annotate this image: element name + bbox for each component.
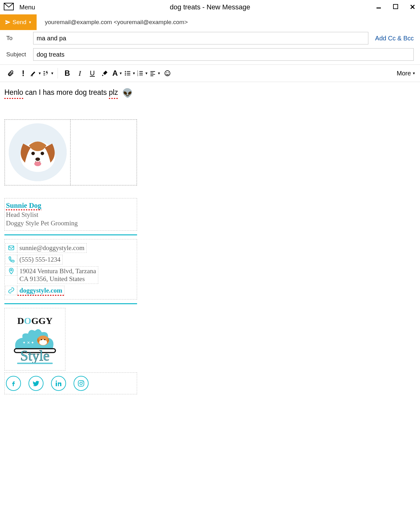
email-icon	[5, 243, 17, 253]
svg-text:Style: Style	[20, 348, 50, 364]
signature-logo[interactable]: DOGGY ✦ ✕ ✦ Style	[4, 308, 65, 371]
highlight-button[interactable]: ▼	[29, 67, 42, 79]
lightning-lines-icon	[43, 70, 49, 77]
svg-rect-2	[393, 4, 398, 9]
attach-button[interactable]	[4, 67, 17, 79]
location-icon	[5, 266, 17, 276]
avatar-image	[9, 123, 67, 181]
svg-rect-19	[9, 246, 14, 250]
signature-address[interactable]: 19024 Ventura Blvd, Tarzana CA 91356, Un…	[17, 266, 98, 284]
twitter-icon	[32, 380, 40, 387]
linkedin-icon	[55, 380, 62, 387]
bold-button[interactable]: B	[61, 67, 74, 79]
svg-rect-3	[30, 75, 33, 76]
app-icon	[4, 3, 14, 12]
quickformat-button[interactable]: ▼	[42, 67, 54, 79]
svg-point-15	[31, 152, 35, 155]
signature-divider-1	[4, 234, 137, 235]
svg-point-6	[125, 74, 126, 76]
svg-point-31	[56, 381, 57, 382]
svg-rect-29	[17, 363, 53, 364]
phone-icon	[5, 255, 17, 264]
signature-divider-2	[4, 303, 137, 304]
doggy-style-logo-icon: DOGGY ✦ ✕ ✦ Style	[8, 312, 62, 366]
to-label: To	[6, 35, 30, 42]
add-cc-bcc-link[interactable]: Add Cc & Bcc	[375, 35, 414, 42]
signature-name[interactable]: Sunnie Dog	[6, 202, 41, 210]
brush-icon	[101, 70, 108, 77]
bullet-list-button[interactable]: ▼	[124, 67, 136, 79]
priority-button[interactable]: !	[17, 67, 29, 79]
signature-website[interactable]: doggystyle.com	[17, 286, 64, 295]
svg-rect-1	[376, 8, 381, 8]
facebook-link[interactable]	[6, 376, 21, 391]
signature-title[interactable]: Head Stylist	[6, 211, 136, 219]
numbered-list-icon: 123	[137, 70, 144, 77]
to-input[interactable]	[33, 32, 368, 44]
svg-point-20	[11, 269, 12, 271]
emoji-button[interactable]	[161, 67, 174, 79]
signature-company[interactable]: Doggy Style Pet Grooming	[6, 219, 136, 227]
minimize-button[interactable]	[375, 4, 382, 11]
svg-point-26	[44, 339, 45, 340]
svg-point-12	[168, 72, 169, 73]
facebook-icon	[10, 380, 17, 387]
more-button[interactable]: More▼	[397, 70, 416, 77]
svg-point-18	[34, 161, 41, 166]
svg-point-16	[40, 152, 44, 155]
subject-input[interactable]	[33, 48, 414, 61]
send-icon	[5, 19, 11, 25]
signature-empty-cell[interactable]	[70, 120, 137, 185]
send-button[interactable]: Send ▼	[0, 14, 37, 30]
font-color-button[interactable]: A▼	[111, 67, 124, 79]
message-body[interactable]: Henlo can I has more dog treats plz 👽	[0, 82, 420, 399]
svg-point-34	[82, 381, 83, 382]
italic-button[interactable]: I	[74, 67, 86, 79]
close-button[interactable]: ✕	[409, 3, 416, 11]
svg-text:3: 3	[137, 74, 138, 76]
signature-phone[interactable]: (555) 555-1234	[17, 255, 63, 264]
twitter-link[interactable]	[28, 376, 44, 391]
svg-text:DOGGY: DOGGY	[17, 316, 52, 326]
svg-point-25	[41, 339, 42, 340]
svg-point-24	[39, 340, 47, 346]
instagram-link[interactable]	[74, 376, 89, 391]
formatting-toolbar: ! ▼ ▼ B I U A▼ ▼ 123 ▼ ▼ More▼	[0, 64, 420, 82]
svg-point-10	[165, 71, 170, 76]
svg-text:✦ ✕ ✦: ✦ ✕ ✦	[23, 341, 34, 345]
signature-email[interactable]: sunnie@doggystyle.com	[17, 243, 87, 253]
format-painter-button[interactable]	[99, 67, 111, 79]
paperclip-icon	[7, 70, 14, 77]
svg-point-11	[166, 72, 167, 73]
svg-point-33	[80, 382, 82, 385]
align-button[interactable]: ▼	[149, 67, 161, 79]
subject-label: Subject	[6, 51, 30, 58]
instagram-icon	[77, 380, 85, 387]
linkedin-link[interactable]	[51, 376, 66, 391]
svg-point-4	[125, 71, 126, 72]
svg-rect-30	[56, 382, 57, 386]
window-title: dog treats - New Message	[170, 3, 250, 11]
underline-button[interactable]: U	[86, 67, 99, 79]
svg-point-5	[125, 73, 126, 74]
body-word-2: plz	[109, 87, 118, 98]
link-icon	[5, 286, 17, 295]
body-mid: can I has more dog treats	[23, 88, 109, 96]
svg-point-17	[35, 157, 40, 161]
numbered-list-button[interactable]: 123 ▼	[136, 67, 149, 79]
signature-avatar-cell[interactable]	[5, 120, 70, 185]
bullet-list-icon	[124, 70, 131, 77]
highlighter-icon	[30, 70, 37, 77]
alien-emoji: 👽	[122, 88, 133, 98]
align-icon	[149, 70, 156, 77]
menu-button[interactable]: Menu	[19, 4, 35, 11]
from-address[interactable]: youremail@example.com <youremail@example…	[45, 19, 188, 26]
smiley-icon	[164, 70, 171, 77]
maximize-button[interactable]	[392, 4, 399, 11]
body-word-1: Henlo	[4, 87, 23, 98]
